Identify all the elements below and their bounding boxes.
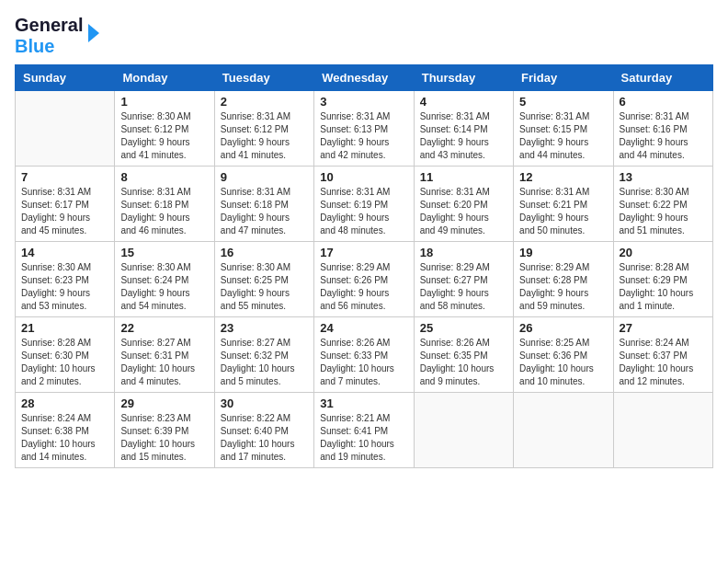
day-info: Sunrise: 8:30 AMSunset: 6:12 PMDaylight:… — [120, 110, 208, 162]
calendar-cell: 12Sunrise: 8:31 AMSunset: 6:21 PMDayligh… — [514, 167, 613, 242]
day-info: Sunrise: 8:21 AMSunset: 6:41 PMDaylight:… — [320, 412, 407, 464]
day-number: 2 — [221, 95, 308, 109]
calendar-cell: 29Sunrise: 8:23 AMSunset: 6:39 PMDayligh… — [115, 393, 214, 468]
calendar-week-2: 7Sunrise: 8:31 AMSunset: 6:17 PMDaylight… — [16, 167, 713, 242]
day-info: Sunrise: 8:31 AMSunset: 6:18 PMDaylight:… — [221, 186, 308, 237]
day-number: 31 — [320, 396, 407, 410]
day-number: 3 — [320, 95, 407, 109]
calendar-header: SundayMondayTuesdayWednesdayThursdayFrid… — [16, 65, 713, 91]
weekday-header-saturday: Saturday — [613, 65, 712, 91]
calendar-week-5: 28Sunrise: 8:24 AMSunset: 6:38 PMDayligh… — [16, 393, 713, 468]
day-info: Sunrise: 8:31 AMSunset: 6:14 PMDaylight:… — [420, 110, 507, 162]
calendar-week-4: 21Sunrise: 8:28 AMSunset: 6:30 PMDayligh… — [16, 317, 713, 393]
day-info: Sunrise: 8:29 AMSunset: 6:27 PMDaylight:… — [420, 261, 507, 313]
day-number: 18 — [420, 246, 507, 259]
day-info: Sunrise: 8:30 AMSunset: 6:24 PMDaylight:… — [120, 261, 208, 313]
calendar-cell: 26Sunrise: 8:25 AMSunset: 6:36 PMDayligh… — [514, 317, 613, 393]
calendar-cell: 6Sunrise: 8:31 AMSunset: 6:16 PMDaylight… — [613, 91, 712, 167]
calendar-week-3: 14Sunrise: 8:30 AMSunset: 6:23 PMDayligh… — [16, 242, 713, 317]
day-number: 12 — [519, 170, 607, 184]
calendar-cell: 24Sunrise: 8:26 AMSunset: 6:33 PMDayligh… — [314, 317, 414, 393]
calendar-cell — [613, 393, 712, 468]
day-number: 24 — [320, 321, 407, 335]
day-info: Sunrise: 8:28 AMSunset: 6:29 PMDaylight:… — [620, 261, 707, 313]
logo-combined: General Blue — [15, 15, 99, 57]
logo-line2: Blue — [15, 36, 83, 57]
day-info: Sunrise: 8:31 AMSunset: 6:12 PMDaylight:… — [221, 110, 308, 162]
calendar-cell: 11Sunrise: 8:31 AMSunset: 6:20 PMDayligh… — [414, 167, 513, 242]
calendar-cell: 19Sunrise: 8:29 AMSunset: 6:28 PMDayligh… — [514, 242, 613, 317]
logo-line1: General — [15, 15, 83, 36]
calendar-cell: 9Sunrise: 8:31 AMSunset: 6:18 PMDaylight… — [214, 167, 313, 242]
day-info: Sunrise: 8:30 AMSunset: 6:25 PMDaylight:… — [221, 261, 308, 313]
day-info: Sunrise: 8:26 AMSunset: 6:33 PMDaylight:… — [320, 337, 407, 388]
day-number: 25 — [420, 321, 507, 335]
day-number: 7 — [21, 170, 108, 184]
calendar-cell: 1Sunrise: 8:30 AMSunset: 6:12 PMDaylight… — [115, 91, 214, 167]
day-info: Sunrise: 8:29 AMSunset: 6:28 PMDaylight:… — [519, 261, 607, 313]
day-info: Sunrise: 8:31 AMSunset: 6:16 PMDaylight:… — [620, 110, 707, 162]
day-number: 4 — [420, 95, 507, 109]
day-number: 16 — [221, 246, 308, 259]
day-info: Sunrise: 8:31 AMSunset: 6:13 PMDaylight:… — [320, 110, 407, 162]
weekday-header-tuesday: Tuesday — [214, 65, 313, 91]
day-number: 13 — [620, 170, 707, 184]
day-info: Sunrise: 8:31 AMSunset: 6:21 PMDaylight:… — [519, 186, 607, 237]
calendar-cell: 23Sunrise: 8:27 AMSunset: 6:32 PMDayligh… — [214, 317, 313, 393]
day-info: Sunrise: 8:25 AMSunset: 6:36 PMDaylight:… — [519, 337, 607, 388]
calendar-cell: 31Sunrise: 8:21 AMSunset: 6:41 PMDayligh… — [314, 393, 414, 468]
day-info: Sunrise: 8:30 AMSunset: 6:22 PMDaylight:… — [620, 186, 707, 237]
day-number: 14 — [21, 246, 108, 259]
day-number: 6 — [620, 95, 707, 109]
logo-triangle-icon — [88, 24, 99, 42]
day-info: Sunrise: 8:24 AMSunset: 6:37 PMDaylight:… — [620, 337, 707, 388]
calendar-cell: 17Sunrise: 8:29 AMSunset: 6:26 PMDayligh… — [314, 242, 414, 317]
day-info: Sunrise: 8:23 AMSunset: 6:39 PMDaylight:… — [120, 412, 208, 464]
calendar-cell: 4Sunrise: 8:31 AMSunset: 6:14 PMDaylight… — [414, 91, 513, 167]
calendar-cell: 8Sunrise: 8:31 AMSunset: 6:18 PMDaylight… — [115, 167, 214, 242]
weekday-header-friday: Friday — [514, 65, 613, 91]
day-info: Sunrise: 8:31 AMSunset: 6:17 PMDaylight:… — [21, 186, 108, 237]
day-number: 21 — [21, 321, 108, 335]
day-number: 10 — [320, 170, 407, 184]
calendar-cell: 30Sunrise: 8:22 AMSunset: 6:40 PMDayligh… — [214, 393, 313, 468]
page-header: General Blue — [15, 15, 713, 57]
day-number: 11 — [420, 170, 507, 184]
day-number: 15 — [120, 246, 208, 259]
day-info: Sunrise: 8:29 AMSunset: 6:26 PMDaylight:… — [320, 261, 407, 313]
day-info: Sunrise: 8:27 AMSunset: 6:32 PMDaylight:… — [221, 337, 308, 388]
day-info: Sunrise: 8:31 AMSunset: 6:15 PMDaylight:… — [519, 110, 607, 162]
calendar-cell: 22Sunrise: 8:27 AMSunset: 6:31 PMDayligh… — [115, 317, 214, 393]
day-number: 17 — [320, 246, 407, 259]
calendar-cell: 20Sunrise: 8:28 AMSunset: 6:29 PMDayligh… — [613, 242, 712, 317]
day-info: Sunrise: 8:31 AMSunset: 6:20 PMDaylight:… — [420, 186, 507, 237]
day-info: Sunrise: 8:31 AMSunset: 6:18 PMDaylight:… — [120, 186, 208, 237]
day-number: 8 — [120, 170, 208, 184]
day-info: Sunrise: 8:27 AMSunset: 6:31 PMDaylight:… — [120, 337, 208, 388]
day-info: Sunrise: 8:26 AMSunset: 6:35 PMDaylight:… — [420, 337, 507, 388]
calendar-cell: 10Sunrise: 8:31 AMSunset: 6:19 PMDayligh… — [314, 167, 414, 242]
calendar-cell: 27Sunrise: 8:24 AMSunset: 6:37 PMDayligh… — [613, 317, 712, 393]
day-number: 28 — [21, 396, 108, 410]
day-info: Sunrise: 8:31 AMSunset: 6:19 PMDaylight:… — [320, 186, 407, 237]
day-info: Sunrise: 8:22 AMSunset: 6:40 PMDaylight:… — [221, 412, 308, 464]
day-number: 22 — [120, 321, 208, 335]
calendar-cell: 14Sunrise: 8:30 AMSunset: 6:23 PMDayligh… — [16, 242, 115, 317]
calendar-cell: 16Sunrise: 8:30 AMSunset: 6:25 PMDayligh… — [214, 242, 313, 317]
day-info: Sunrise: 8:24 AMSunset: 6:38 PMDaylight:… — [21, 412, 108, 464]
weekday-header-wednesday: Wednesday — [314, 65, 414, 91]
calendar-cell: 3Sunrise: 8:31 AMSunset: 6:13 PMDaylight… — [314, 91, 414, 167]
calendar-cell: 28Sunrise: 8:24 AMSunset: 6:38 PMDayligh… — [16, 393, 115, 468]
calendar-cell — [16, 91, 115, 167]
calendar-cell: 25Sunrise: 8:26 AMSunset: 6:35 PMDayligh… — [414, 317, 513, 393]
day-info: Sunrise: 8:28 AMSunset: 6:30 PMDaylight:… — [21, 337, 108, 388]
logo: General Blue — [15, 15, 99, 57]
calendar-cell: 21Sunrise: 8:28 AMSunset: 6:30 PMDayligh… — [16, 317, 115, 393]
day-number: 27 — [620, 321, 707, 335]
calendar-cell: 2Sunrise: 8:31 AMSunset: 6:12 PMDaylight… — [214, 91, 313, 167]
day-number: 30 — [221, 396, 308, 410]
weekday-header-thursday: Thursday — [414, 65, 513, 91]
calendar-cell: 13Sunrise: 8:30 AMSunset: 6:22 PMDayligh… — [613, 167, 712, 242]
day-number: 5 — [519, 95, 607, 109]
calendar-cell — [514, 393, 613, 468]
